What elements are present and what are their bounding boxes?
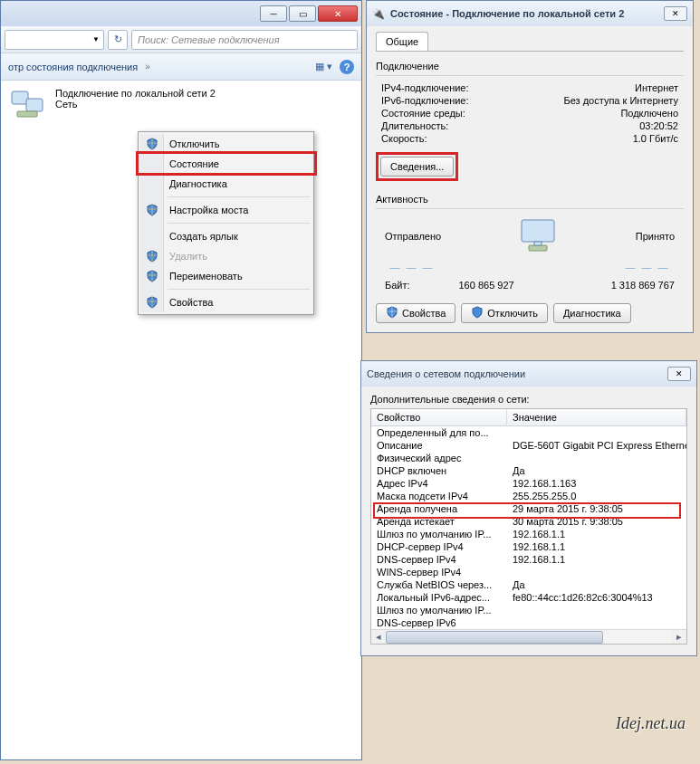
ctx-item[interactable]: Диагностика xyxy=(140,174,312,194)
close-button[interactable]: ✕ xyxy=(667,367,691,381)
status-titlebar: 🔌 Состояние - Подключение по локальной с… xyxy=(367,1,693,26)
search-input[interactable]: Поиск: Сетевые подключения xyxy=(131,30,358,50)
horizontal-scrollbar[interactable]: ◂ ▸ xyxy=(371,629,686,644)
prop-cell: DHCP включен xyxy=(371,465,507,476)
scroll-left-button[interactable]: ◂ xyxy=(371,631,386,644)
scroll-right-button[interactable]: ▸ xyxy=(672,631,686,644)
value-cell: 192.168.1.1 xyxy=(507,529,686,540)
ctx-item[interactable]: Создать ярлык xyxy=(140,226,312,246)
list-row[interactable]: Шлюз по умолчанию IP... xyxy=(371,604,686,616)
status-row: Длительность:03:20:52 xyxy=(376,119,684,132)
prop-cell: Описание xyxy=(371,440,507,451)
monitor-icon xyxy=(509,218,567,254)
value-cell: fe80::44cc:1d26:82c6:3004%13 xyxy=(507,592,686,603)
list-row[interactable]: Физический адрес xyxy=(371,452,686,464)
status-dialog: 🔌 Состояние - Подключение по локальной с… xyxy=(366,0,694,333)
tab-strip: Общие xyxy=(376,32,684,52)
recv-label: Принято xyxy=(636,231,675,242)
list-row[interactable]: DNS-сервер IPv6 xyxy=(371,616,686,629)
svg-rect-2 xyxy=(17,111,37,117)
ctx-label: Переименовать xyxy=(169,271,243,282)
list-row[interactable]: DHCP включенДа xyxy=(371,464,686,477)
explorer-titlebar: ─ ▭ ✕ xyxy=(1,1,361,26)
value-cell xyxy=(507,453,686,463)
scroll-thumb[interactable] xyxy=(386,631,603,644)
ctx-label: Состояние xyxy=(169,158,219,169)
search-placeholder: Поиск: Сетевые подключения xyxy=(138,34,280,45)
tab-general[interactable]: Общие xyxy=(376,32,428,51)
help-icon[interactable]: ? xyxy=(340,60,354,74)
details-label: Дополнительные сведения о сети: xyxy=(370,394,687,405)
value-cell: DGE-560T Gigabit PCI Express Ethernet A xyxy=(507,440,686,451)
status-row: IPv4-подключение:Интернет xyxy=(376,81,684,94)
status-key: IPv4-подключение: xyxy=(381,82,469,93)
list-row[interactable]: Служба NetBIOS через...Да xyxy=(371,578,686,591)
address-box[interactable]: ▼ xyxy=(5,30,104,50)
connection-network: Сеть xyxy=(55,99,216,110)
btn-label: Отключить xyxy=(487,308,538,319)
activity-header: Отправлено Принято xyxy=(376,215,684,258)
prop-cell: Шлюз по умолчанию IP... xyxy=(371,529,507,540)
activity-dots: — — —— — — xyxy=(376,258,684,276)
close-button[interactable]: ✕ xyxy=(318,5,358,22)
close-button[interactable]: ✕ xyxy=(664,6,687,21)
list-row[interactable]: DNS-сервер IPv4192.168.1.1 xyxy=(371,553,686,566)
status-value: 1.0 Гбит/с xyxy=(633,133,678,144)
refresh-button[interactable]: ↻ xyxy=(108,30,128,50)
ctx-item[interactable]: Состояние xyxy=(140,154,312,174)
group-connection: Подключение xyxy=(376,61,684,72)
chevron-right-icon: » xyxy=(145,62,150,72)
ctx-label: Свойства xyxy=(169,297,213,308)
disable-button[interactable]: Отключить xyxy=(461,303,548,323)
list-row[interactable]: WINS-сервер IPv4 xyxy=(371,566,686,578)
properties-button[interactable]: Свойства xyxy=(376,303,455,323)
explorer-window: ─ ▭ ✕ ▼ ↻ Поиск: Сетевые подключения отр… xyxy=(0,0,362,760)
maximize-button[interactable]: ▭ xyxy=(289,5,316,22)
shield-icon xyxy=(471,306,484,320)
list-row[interactable]: ОписаниеDGE-560T Gigabit PCI Express Eth… xyxy=(371,439,686,452)
status-link[interactable]: отр состояния подключения xyxy=(8,62,138,72)
list-row[interactable]: Локальный IPv6-адрес...fe80::44cc:1d26:8… xyxy=(371,591,686,604)
ctx-item[interactable]: Отключить xyxy=(140,134,312,154)
list-row[interactable]: Адрес IPv4192.168.1.163 xyxy=(371,477,686,490)
prop-cell: Адрес IPv4 xyxy=(371,478,507,489)
value-cell: 192.168.1.163 xyxy=(507,478,686,489)
shield-icon xyxy=(146,270,158,282)
ctx-label: Создать ярлык xyxy=(169,231,238,242)
svg-rect-1 xyxy=(26,99,43,111)
group-activity: Активность xyxy=(376,194,684,205)
svg-rect-5 xyxy=(534,242,542,245)
ctx-label: Отключить xyxy=(169,138,220,149)
ctx-item[interactable]: Переименовать xyxy=(140,266,312,286)
col-value[interactable]: Значение xyxy=(507,409,686,425)
prop-cell: DNS-сервер IPv4 xyxy=(371,554,507,565)
status-key: Скорость: xyxy=(381,133,427,144)
status-value: Без доступа к Интернету xyxy=(563,95,678,106)
status-row: IPv6-подключение:Без доступа к Интернету xyxy=(376,94,684,107)
list-row[interactable]: Аренда получена29 марта 2015 г. 9:38:05 xyxy=(371,502,686,515)
status-value: Интернет xyxy=(635,82,678,93)
value-cell: Да xyxy=(507,465,686,476)
btn-label: Свойства xyxy=(402,308,446,319)
svg-rect-3 xyxy=(522,220,554,242)
ctx-item[interactable]: Свойства xyxy=(140,292,312,312)
list-row[interactable]: Шлюз по умолчанию IP...192.168.1.1 xyxy=(371,528,686,540)
list-row[interactable]: Маска подсети IPv4255.255.255.0 xyxy=(371,490,686,502)
view-icon[interactable]: ▦ ▾ xyxy=(315,61,332,72)
connection-item[interactable]: Подключение по локальной сети 2 Сеть xyxy=(1,81,361,128)
details-button[interactable]: Сведения... xyxy=(380,157,454,177)
value-cell xyxy=(507,567,686,578)
diagnose-button[interactable]: Диагностика xyxy=(553,303,631,323)
connection-name: Подключение по локальной сети 2 xyxy=(55,88,216,99)
details-listview: Свойство Значение Определенный для по...… xyxy=(370,408,687,645)
col-property[interactable]: Свойство xyxy=(371,409,507,425)
status-value: Подключено xyxy=(620,108,678,119)
list-row[interactable]: DHCP-сервер IPv4192.168.1.1 xyxy=(371,540,686,553)
ctx-item[interactable]: Настройка моста xyxy=(140,200,312,220)
status-title: Состояние - Подключение по локальной сет… xyxy=(390,8,658,19)
list-row[interactable]: Определенный для по... xyxy=(371,426,686,439)
list-row[interactable]: Аренда истекает30 марта 2015 г. 9:38:05 xyxy=(371,515,686,528)
shield-icon xyxy=(146,138,158,150)
minimize-button[interactable]: ─ xyxy=(260,5,287,22)
value-cell: 30 марта 2015 г. 9:38:05 xyxy=(507,516,686,527)
